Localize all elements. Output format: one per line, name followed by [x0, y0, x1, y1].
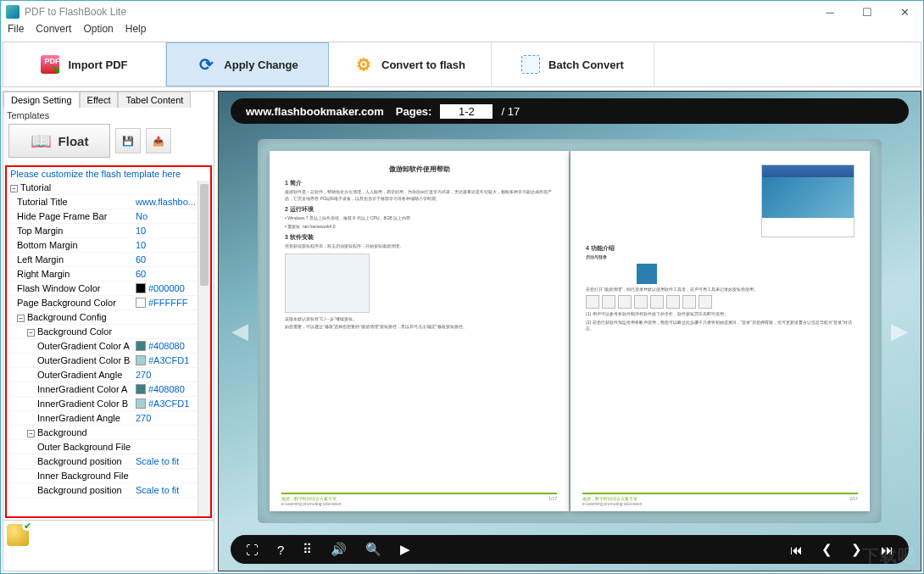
prop-right-margin[interactable]: Right Margin60	[7, 267, 210, 281]
page1-title: 傲游卸软件使用帮助	[285, 164, 554, 174]
prev-icon[interactable]: ❮	[821, 542, 832, 557]
page2-toolbar-icons	[586, 295, 854, 309]
left-bottom-bar	[3, 520, 214, 571]
disk-icon: 💾	[122, 136, 134, 147]
page1-p1: 傲游软件是一款软件，帮助你全方位清理，人人能用，易学好用，为你自由打造学习武器，…	[285, 189, 554, 202]
batch-icon	[521, 55, 540, 74]
page1-screenshot	[285, 254, 370, 313]
export-template-button[interactable]: 📤	[146, 128, 171, 153]
page-right[interactable]: 4 功能介绍 启动与登录 若您打开“傲游清理”，则已登录并默认使用软件工具者，若…	[571, 151, 870, 511]
prop-outer-grad-b[interactable]: OuterGradient Color B#A3CFD1	[7, 354, 210, 368]
preview-top-bar: www.flashbookmaker.com Pages: / 17	[231, 98, 909, 124]
maximize-button[interactable]: ☐	[849, 1, 886, 23]
page-input[interactable]	[440, 104, 493, 119]
prop-inner-grad-b[interactable]: InnerGradient Color B#A3CFD1	[7, 397, 210, 411]
page1-p3: 在您获得安装程序后，双击启动安装程序，开始安装傲游清理。	[285, 243, 554, 250]
import-pdf-button[interactable]: PDF↘ Import PDF	[3, 42, 166, 86]
batch-label: Batch Convert	[548, 59, 624, 71]
export-icon: 📤	[153, 136, 164, 147]
page2-app-icon	[637, 264, 657, 284]
sound-icon[interactable]: 🔊	[331, 542, 347, 557]
page2-footer: 傲游，数字时间综合方案专家e-Learning promoting educat…	[582, 493, 858, 506]
menu-file[interactable]: File	[8, 23, 24, 40]
collapse-icon[interactable]: −	[10, 185, 18, 192]
prop-bottom-margin[interactable]: Bottom Margin10	[7, 238, 210, 253]
menu-convert[interactable]: Convert	[36, 23, 71, 40]
prop-top-margin[interactable]: Top Margin10	[7, 224, 210, 238]
database-icon[interactable]	[7, 524, 29, 546]
page2-p1: 若您打开“傲游清理”，则已登录并默认使用软件工具者，若户可用工具来记录如安装在使…	[586, 287, 854, 293]
page1-h1: 1 简介	[285, 179, 554, 187]
preview-url: www.flashbookmaker.com	[246, 105, 384, 118]
float-template-button[interactable]: 📖 Float	[8, 124, 110, 158]
float-label: Float	[58, 134, 89, 148]
page2-p3: (2) 若您已获软件加监给用各帐户使用，那您可以略过此步骤不只接管初始进展目，“…	[586, 320, 854, 332]
prop-inner-bg-file[interactable]: Inner Background File	[7, 469, 210, 483]
play-icon[interactable]: ▶	[400, 542, 410, 557]
help-icon[interactable]: ?	[277, 543, 284, 557]
collapse-icon[interactable]: −	[17, 315, 25, 322]
collapse-icon[interactable]: −	[27, 430, 35, 437]
templates-label: Templates	[7, 110, 210, 120]
next-page-arrow[interactable]: ▶	[890, 315, 909, 348]
window-title: PDF to FlashBook Lite	[25, 6, 126, 18]
group-background[interactable]: −Background	[7, 426, 210, 440]
tab-table-content[interactable]: Tabel Content	[118, 92, 191, 108]
book-spread: 傲游卸软件使用帮助 1 简介 傲游软件是一款软件，帮助你全方位清理，人人能用，易…	[258, 139, 882, 523]
tab-design-setting[interactable]: Design Setting	[3, 92, 80, 108]
page-left[interactable]: 傲游卸软件使用帮助 1 简介 傲游软件是一款软件，帮助你全方位清理，人人能用，易…	[270, 151, 569, 511]
prop-hide-frame[interactable]: Hide Page Frame BarNo	[7, 209, 210, 224]
gear-icon: ⚙	[354, 55, 373, 74]
prop-inner-angle[interactable]: InnerGradient Angle270	[7, 411, 210, 426]
apply-label: Apply Change	[224, 59, 298, 71]
prop-page-bg-color[interactable]: Page Background Color#FFFFFF	[7, 296, 210, 310]
prop-tutorial-title[interactable]: Tutorial Titlewww.flashbo...	[7, 195, 210, 209]
prop-outer-bg-file[interactable]: Outer Background File	[7, 440, 210, 454]
convert-label: Convert to flash	[381, 59, 465, 71]
page1-p5: 如您需要，可以通过“修改”选择您想要的“傲游清理”安装路径，及以后可点击“确定”…	[285, 324, 554, 331]
menubar: File Convert Option Help	[1, 23, 923, 40]
page1-b1: • Windows 7 及以上操作系统，推荐 8 代以上 CPU，8GB 以上内…	[285, 215, 554, 222]
group-bg-color[interactable]: −Background Color	[7, 325, 210, 339]
menu-help[interactable]: Help	[125, 23, 147, 40]
zoom-icon[interactable]: 🔍	[365, 542, 381, 557]
prop-outer-grad-a[interactable]: OuterGradient Color A#408080	[7, 339, 210, 354]
page1-h3: 3 软件安装	[285, 233, 554, 242]
prop-bg-position-2[interactable]: Background positionScale to fit	[7, 483, 210, 498]
group-tutorial[interactable]: −Tutorial	[7, 181, 210, 195]
preview-bottom-bar: ⛶ ? ⠿ 🔊 🔍 ▶ ⏮ ❮ ❯ ⏭	[231, 535, 909, 564]
convert-flash-button[interactable]: ⚙ Convert to flash	[329, 42, 492, 86]
next-icon[interactable]: ❯	[851, 542, 862, 557]
grid-scrollbar[interactable]	[198, 181, 210, 516]
save-template-button[interactable]: 💾	[115, 128, 141, 153]
page2-p2: (1) 用户可以参考各软件顺序在软件提下的专栏，软件安装完毕后即可使用。	[586, 311, 854, 318]
minimize-button[interactable]: ─	[811, 1, 849, 23]
prop-flash-window-color[interactable]: Flash Window Color#000000	[7, 281, 210, 296]
prop-outer-angle[interactable]: OuterGradient Angle270	[7, 368, 210, 382]
batch-convert-button[interactable]: Batch Convert	[492, 42, 654, 86]
fullscreen-icon[interactable]: ⛶	[246, 543, 259, 557]
collapse-icon[interactable]: −	[27, 329, 35, 337]
import-icon: PDF↘	[41, 55, 59, 74]
menu-option[interactable]: Option	[83, 23, 113, 40]
refresh-icon: ⟳	[197, 55, 215, 74]
first-page-icon[interactable]: ⏮	[790, 543, 803, 557]
prop-inner-grad-a[interactable]: InnerGradient Color A#408080	[7, 382, 210, 397]
tab-effect[interactable]: Effect	[80, 92, 119, 108]
prop-left-margin[interactable]: Left Margin60	[7, 253, 210, 267]
group-bg-config[interactable]: −Background Config	[7, 310, 210, 325]
left-tabs: Design Setting Effect Tabel Content	[3, 92, 214, 108]
prop-bg-position[interactable]: Background positionScale to fit	[7, 454, 210, 469]
prev-page-arrow[interactable]: ◀	[231, 315, 249, 348]
titlebar: PDF to FlashBook Lite ─ ☐ ✕	[1, 1, 923, 23]
watermark: 下载吧	[862, 544, 916, 567]
import-label: Import PDF	[68, 59, 127, 71]
page2-h2: 启动与登录	[586, 254, 854, 261]
close-button[interactable]: ✕	[886, 1, 923, 23]
toolbar: PDF↘ Import PDF ⟳ Apply Change ⚙ Convert…	[3, 42, 921, 87]
page1-p4: 该版本默认安装在“C:\一步”继续安装。	[285, 316, 554, 323]
apply-change-button[interactable]: ⟳ Apply Change	[166, 42, 329, 86]
page1-footer: 傲游，数字时间综合方案专家e-Learning promoting educat…	[281, 493, 557, 506]
page-total: / 17	[501, 105, 520, 118]
thumbnails-icon[interactable]: ⠿	[303, 542, 312, 557]
